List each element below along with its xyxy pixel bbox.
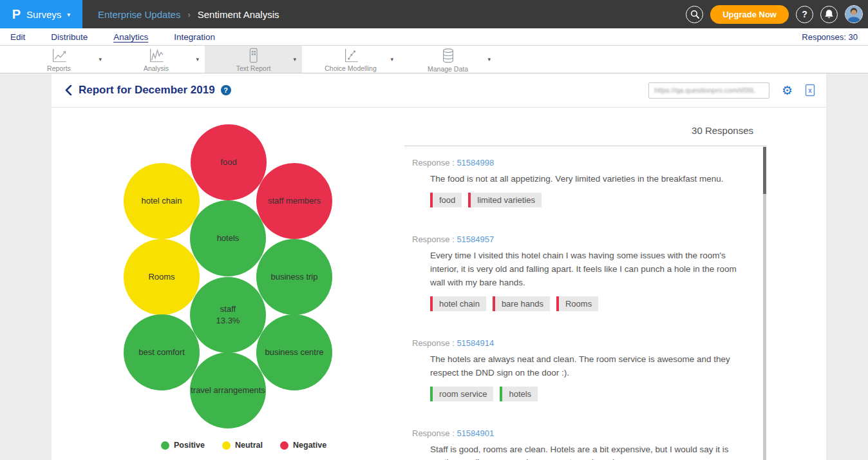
chevron-down-icon: ▾ <box>67 11 70 18</box>
share-url-input[interactable]: https://qa.questionpro.com/t/09L <box>648 82 769 99</box>
notifications-button[interactable] <box>820 6 838 23</box>
chevron-down-icon[interactable]: ▾ <box>293 56 296 62</box>
toolbar-item-content: Analysis <box>108 46 205 73</box>
help-button[interactable]: ? <box>796 6 813 23</box>
scatter-chart-icon <box>342 47 359 64</box>
bubble-hotel-chain[interactable]: hotel chain <box>124 163 200 239</box>
search-button[interactable] <box>686 6 703 23</box>
menu-item-edit[interactable]: Edit <box>10 32 25 42</box>
legend-item-positive: Positive <box>161 441 205 450</box>
response-id-link[interactable]: 51584998 <box>457 158 494 168</box>
response-item: Response : 51584914The hotels are always… <box>404 327 766 417</box>
toolbar-item-content: Manage Data <box>399 46 496 73</box>
question-mark-icon: ? <box>223 86 228 94</box>
page-title: Report for December 2019 <box>79 84 215 97</box>
bubble-travel-arrangements[interactable]: travel arrangements <box>190 352 266 428</box>
toolbar-item-label: Reports <box>47 64 71 72</box>
bubble-label: business centre <box>265 347 323 358</box>
menu-item-analytics[interactable]: Analytics <box>113 32 148 42</box>
upgrade-now-button[interactable]: Upgrade Now <box>710 5 789 24</box>
response-id-link[interactable]: 51584914 <box>457 338 494 348</box>
toolbar-item-label: Analysis <box>144 64 169 72</box>
chevron-down-icon[interactable]: ▾ <box>99 56 102 62</box>
toolbar-item-label: Manage Data <box>428 65 468 73</box>
bubble-staff[interactable]: staff13.3% <box>190 277 266 353</box>
back-button[interactable] <box>64 85 72 95</box>
product-switcher[interactable]: P Surveys ▾ <box>0 0 82 28</box>
legend-item-negative: Negative <box>280 441 326 450</box>
toolbar-item-content: Choice Modelling <box>302 46 399 73</box>
breadcrumb-survey-name[interactable]: Enterprise Updates <box>98 9 180 20</box>
analytics-toolbar: Reports▾Analysis▾Text Report▾Choice Mode… <box>0 46 868 73</box>
page-background: Report for December 2019 ? https://qa.qu… <box>0 73 868 460</box>
responses-header: 30 Responses <box>404 125 766 136</box>
legend-label: Neutral <box>235 441 263 450</box>
response-id-link[interactable]: 51584901 <box>457 428 494 438</box>
toolbar-item-manage-data[interactable]: Manage Data▾ <box>399 46 496 73</box>
search-icon <box>690 10 699 19</box>
breadcrumb-separator: › <box>187 10 190 19</box>
bubble-label: travel arrangements <box>191 385 265 396</box>
toolbar-item-reports[interactable]: Reports▾ <box>10 46 108 73</box>
response-text: The food is not at all appetizing. Very … <box>430 173 747 186</box>
bubble-business-trip[interactable]: business trip <box>256 239 332 315</box>
menu-item-distribute[interactable]: Distribute <box>51 32 88 42</box>
toolbar-item-text-report[interactable]: Text Report▾ <box>205 46 302 73</box>
gear-icon: ⚙ <box>782 84 793 97</box>
export-excel-button[interactable]: x <box>805 84 816 97</box>
tag-chip-limited-varieties: limited varieties <box>468 193 542 207</box>
response-id-link[interactable]: 51584957 <box>457 235 494 244</box>
chevron-down-icon[interactable]: ▾ <box>196 56 199 62</box>
response-item: Response : 51584998The food is not at al… <box>404 146 766 223</box>
title-help-button[interactable]: ? <box>221 85 231 95</box>
bubble-staff-members[interactable]: staff members <box>256 163 332 239</box>
legend-item-neutral: Neutral <box>222 441 263 450</box>
toolbar-item-analysis[interactable]: Analysis▾ <box>108 46 205 73</box>
settings-button[interactable]: ⚙ <box>782 84 793 97</box>
bubble-label: staff members <box>268 195 321 207</box>
toolbar-item-content: Text Report <box>205 46 302 73</box>
questionpro-logo: P <box>12 7 21 22</box>
bubble-business-centre[interactable]: business centre <box>256 314 332 390</box>
responses-list: Response : 51584998The food is not at al… <box>404 146 766 460</box>
bubble-hotels[interactable]: hotels <box>190 200 266 276</box>
help-icon: ? <box>802 9 807 19</box>
bubble-food[interactable]: food <box>191 124 267 200</box>
bubble-label: hotels <box>217 233 240 244</box>
response-item: Response : 51584901Staff is good, rooms … <box>404 417 766 460</box>
response-label: Response : 51584914 <box>412 338 747 348</box>
chevron-down-icon[interactable]: ▾ <box>487 56 491 62</box>
bubble-label: Rooms <box>148 271 175 283</box>
svg-text:x: x <box>808 87 812 94</box>
text-report-icon <box>245 47 262 64</box>
response-label: Response : 51584998 <box>412 158 747 168</box>
responses-panel: Response : 51584998The food is not at al… <box>404 146 766 460</box>
tag-chip-room-service: room service <box>430 387 493 401</box>
scrollbar-thumb[interactable] <box>763 147 766 194</box>
chevron-down-icon[interactable]: ▾ <box>390 56 393 62</box>
toolbar-item-label: Text Report <box>236 64 271 72</box>
line-chart-icon <box>50 47 68 64</box>
response-text: Every time I visited this hotel chain I … <box>430 249 747 290</box>
tag-chip-rooms: Rooms <box>556 296 598 311</box>
bubble-best-comfort[interactable]: best comfort <box>124 314 200 390</box>
legend-label: Positive <box>174 441 205 450</box>
tag-chip-bare-hands: bare hands <box>493 296 550 311</box>
report-header-actions: https://qa.questionpro.com/t/09L ⚙ x <box>648 82 816 99</box>
bubble-label: food <box>220 157 236 168</box>
bubble-rooms[interactable]: Rooms <box>124 239 200 315</box>
menu-item-integration[interactable]: Integration <box>174 32 215 42</box>
response-label: Response : 51584901 <box>412 428 747 438</box>
toolbar-item-choice-modelling[interactable]: Choice Modelling▾ <box>302 46 399 73</box>
response-tags: hotel chainbare handsRooms <box>430 296 747 311</box>
bubble-label: best comfort <box>138 347 185 358</box>
avatar-photo <box>845 6 862 23</box>
legend-dot-positive <box>161 441 169 450</box>
report-card: Report for December 2019 ? https://qa.qu… <box>52 73 826 460</box>
toolbar-item-label: Choice Modelling <box>325 64 377 72</box>
product-name: Surveys <box>26 9 61 20</box>
legend-label: Negative <box>293 441 326 450</box>
share-url-value: https://qa.questionpro.com/t/09L <box>654 86 755 94</box>
user-avatar[interactable] <box>845 5 863 23</box>
report-body: foodhotel chainstaff membershotelsRoomsb… <box>52 108 826 460</box>
